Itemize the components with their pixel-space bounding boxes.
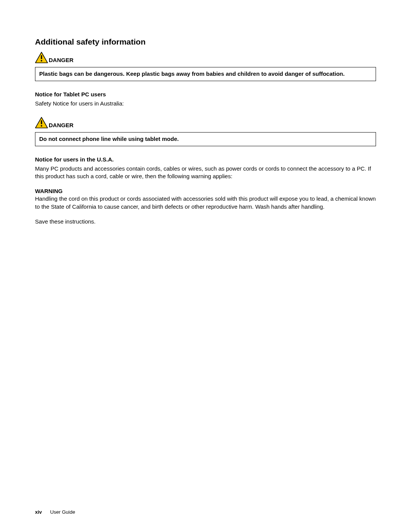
danger-label-1: DANGER <box>49 57 73 63</box>
svg-rect-1 <box>41 55 42 59</box>
tablet-notice-body: Safety Notice for users in Australia: <box>35 100 376 107</box>
tablet-notice-heading: Notice for Tablet PC users <box>35 91 376 97</box>
danger-box-2: Do not connect phone line while using ta… <box>35 132 376 146</box>
warning-body: Handling the cord on this product or cor… <box>35 195 376 211</box>
svg-point-2 <box>41 60 42 62</box>
page-footer: xiv User Guide <box>35 509 75 515</box>
svg-rect-4 <box>41 120 42 124</box>
warning-triangle-icon <box>35 117 48 128</box>
page-number: xiv <box>35 509 42 515</box>
warning-triangle-icon <box>35 52 48 63</box>
svg-point-5 <box>41 125 42 126</box>
section-title: Additional safety information <box>35 37 376 46</box>
page-content: Additional safety information DANGER Pla… <box>35 37 376 225</box>
danger-label-2: DANGER <box>49 122 73 128</box>
usa-notice-heading: Notice for users in the U.S.A. <box>35 156 376 163</box>
usa-notice-body: Many PC products and accessories contain… <box>35 165 376 181</box>
danger-header-2: DANGER <box>35 117 376 128</box>
save-instructions: Save these instructions. <box>35 218 376 225</box>
document-title: User Guide <box>50 509 75 515</box>
warning-heading: WARNING <box>35 188 376 194</box>
danger-box-1: Plastic bags can be dangerous. Keep plas… <box>35 67 376 81</box>
danger-header-1: DANGER <box>35 52 376 63</box>
